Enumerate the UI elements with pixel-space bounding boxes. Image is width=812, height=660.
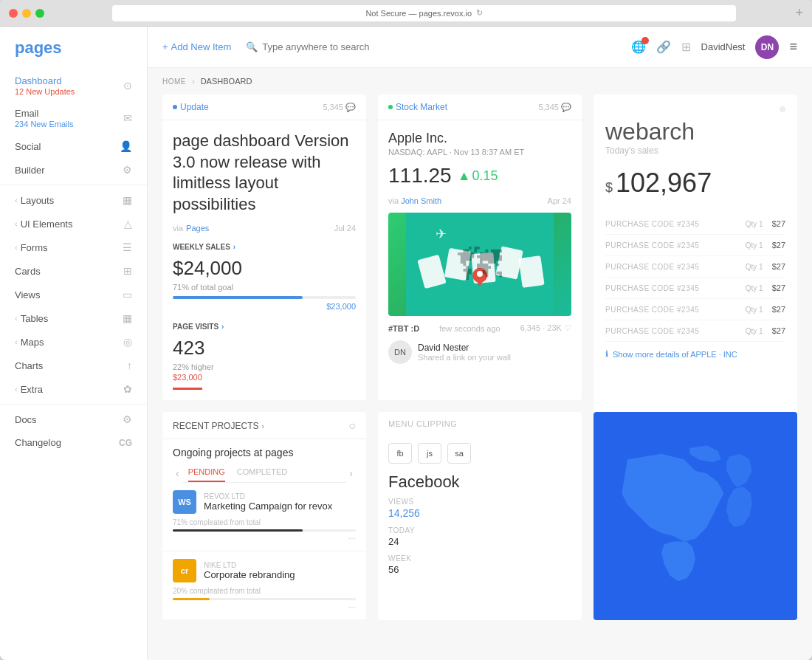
info-icon: ℹ [605,349,608,359]
sidebar-item-forms[interactable]: ‹ Forms ☰ [0,236,147,259]
project-avatar: cr [173,559,196,582]
sidebar-item-docs[interactable]: Docs ⚙ [0,408,147,431]
project-name: Marketing Campaign for revox [204,501,356,512]
search-bar[interactable]: 🔍 [246,41,630,52]
sidebar-forms-icon: ☰ [123,241,132,253]
stock-arrow-icon: ▲ [458,168,471,184]
update-dot [173,105,177,109]
stock-user-action: Shared a link on your wall [418,353,511,362]
sales-code: PURCHASE CODE #2345 [605,327,746,335]
sales-price: $27 [772,262,785,271]
sales-code: PURCHASE CODE #2345 [605,284,746,292]
menu-card-body: fb js sa Facebook VIEWS 14,256 TODAY 24 … [378,433,582,593]
stock-via-link[interactable]: John Smith [401,196,441,205]
sales-code: PURCHASE CODE #2345 [605,220,746,228]
weekly-goal: $23,000 [173,302,356,311]
menu-tag-js[interactable]: js [418,443,441,464]
stock-post-meta: 6,345 · 23K ♡ [520,323,571,333]
sales-row: PURCHASE CODE #2345 Qty 1 $27 [605,213,785,235]
sidebar-maps-icon: ◎ [123,336,132,348]
sidebar-item-cards[interactable]: Cards ⊞ [0,259,147,283]
sidebar-item-builder[interactable]: Builder ⚙ [0,158,147,182]
tab-pending[interactable]: PENDING [188,463,225,482]
visits-label: $23,000 [173,373,356,382]
menu-icon[interactable]: ≡ [789,39,797,55]
sidebar-item-extra[interactable]: ‹ Extra ✿ [0,377,147,401]
sidebar-item-maps[interactable]: ‹ Maps ◎ [0,330,147,354]
stock-user-avatar: DN [388,340,412,364]
update-footer: via Pages Jul 24 [173,224,356,233]
minimize-button[interactable] [22,9,31,18]
sidebar-item-changelog[interactable]: Changelog CG [0,431,147,454]
add-new-item-button[interactable]: + Add New Item [162,41,231,52]
sidebar-item-social[interactable]: Social 👤 [0,134,147,158]
weekly-sales-title: WEEKLY SALES › [173,243,356,251]
projects-nav-prev-icon[interactable]: ‹ [173,464,182,482]
user-avatar[interactable]: DN [755,35,779,59]
plus-icon: + [162,41,168,52]
stock-post-info: #TBT :D few seconds ago 6,345 · 23K ♡ [388,323,571,333]
breadcrumb-home[interactable]: HOME [162,78,186,86]
project-actions[interactable]: ··· [173,533,356,543]
tab-completed[interactable]: COMPLETED [237,463,287,482]
stock-card-body: Apple Inc. NASDAQ: AAPL · Nov 13 8:37 AM… [378,120,582,374]
sidebar-item-label: Forms [21,242,48,253]
svg-rect-5 [518,255,544,288]
project-company: REVOX LTD [204,492,356,501]
sales-price: $27 [772,326,785,335]
sidebar-item-label: Views [15,289,40,300]
reload-icon[interactable]: ↻ [476,8,483,18]
grid-icon[interactable]: ⊞ [681,40,691,54]
weekly-arrow-icon: › [233,243,235,251]
sidebar-item-layouts[interactable]: ‹ Layouts ▦ [0,188,147,212]
sidebar-item-dashboard[interactable]: Dashboard 12 New Updates ⊙ [0,69,147,102]
sidebar-item-label: Changelog [15,437,61,448]
stock-dot [388,105,393,109]
sales-table: PURCHASE CODE #2345 Qty 1 $27 PURCHASE C… [605,213,785,342]
close-button[interactable] [9,9,18,18]
link-icon[interactable]: 🔗 [656,40,671,54]
notification-icon[interactable]: 🌐 [631,40,646,54]
sales-qty: Qty 1 [746,263,763,271]
menu-tag-sa[interactable]: sa [447,443,471,464]
stock-user-name: David Nester [418,343,511,353]
update-via-link[interactable]: Pages [186,224,209,233]
maximize-button[interactable] [35,9,44,18]
stock-post-tag: #TBT :D [388,324,419,333]
project-meta: 71% compleated from total [173,518,356,526]
sidebar-item-charts[interactable]: Charts ↑ [0,354,147,377]
views-label: VIEWS [388,498,571,506]
add-new-item-label: Add New Item [171,41,232,52]
layouts-arrow-icon: ‹ [15,196,18,204]
breadcrumb: HOME › DASHBOARD [148,68,812,94]
svg-rect-3 [471,252,495,283]
sidebar-divider-2 [0,404,147,405]
menu-tag-fb[interactable]: fb [388,443,412,464]
stock-user: DN David Nester Shared a link on your wa… [388,340,571,364]
show-more-button[interactable]: ℹ Show more details of APPLE · INC [605,342,785,359]
search-input[interactable] [262,41,410,52]
sidebar-item-label: Dashboard [15,75,75,86]
projects-options-icon[interactable]: ○ [348,419,356,433]
stock-post-time: few seconds ago [439,324,500,333]
sidebar-item-ui-elements[interactable]: ‹ UI Elements △ [0,212,147,236]
sidebar-divider [0,185,147,185]
address-bar[interactable]: Not Secure — pages.revox.io ↻ [112,5,736,21]
sidebar-layouts-icon: ▦ [123,194,132,206]
visits-bar [173,388,202,390]
sidebar-item-tables[interactable]: ‹ Tables ▦ [0,306,147,330]
weekly-progress-bar [173,296,303,299]
sidebar-item-views[interactable]: Views ▭ [0,283,147,306]
sidebar-item-email[interactable]: Email 234 New Emails ✉ [0,102,147,134]
add-tab-button[interactable]: + [795,5,803,21]
visits-sub: 22% higher [173,362,356,371]
project-actions[interactable]: ··· [173,602,356,612]
project-item: WS REVOX LTD Marketing Campaign for revo… [162,483,366,551]
stock-price: 111.25 [388,164,452,188]
logo: pages [0,27,147,69]
sidebar-item-label: Email [15,108,73,119]
sidebar-tables-icon: ▦ [123,312,132,324]
projects-nav-next-icon[interactable]: › [346,464,356,482]
sales-amount: 102,967 [616,168,712,199]
sales-qty: Qty 1 [746,284,763,292]
